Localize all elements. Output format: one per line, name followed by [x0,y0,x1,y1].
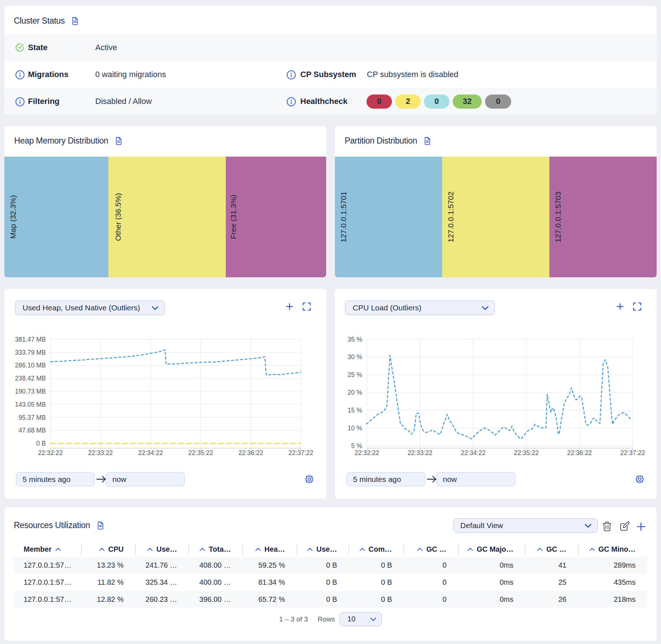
svg-text:0 B: 0 B [36,440,46,447]
svg-text:22:32:22: 22:32:22 [354,449,379,456]
svg-text:22:37:22: 22:37:22 [620,449,645,456]
svg-text:22:35:22: 22:35:22 [188,449,213,456]
svg-text:22:33:22: 22:33:22 [408,449,432,456]
svg-text:25 %: 25 % [348,371,362,378]
svg-text:5 %: 5 % [351,442,362,450]
svg-text:238.42 MB: 238.42 MB [15,375,46,382]
svg-text:22:36:22: 22:36:22 [567,449,592,456]
svg-text:286.10 MB: 286.10 MB [15,362,46,369]
svg-text:20 %: 20 % [348,389,362,396]
svg-text:22:34:22: 22:34:22 [461,449,485,456]
svg-text:22:36:22: 22:36:22 [239,449,263,456]
svg-text:22:37:22: 22:37:22 [288,449,313,456]
svg-text:95.37 MB: 95.37 MB [19,414,46,421]
svg-text:333.79 MB: 333.79 MB [15,349,46,356]
svg-text:22:33:22: 22:33:22 [88,449,113,456]
svg-text:10 %: 10 % [348,424,362,432]
svg-text:143.05 MB: 143.05 MB [15,401,46,408]
svg-text:22:35:22: 22:35:22 [514,449,539,456]
svg-text:190.73 MB: 190.73 MB [15,388,46,395]
svg-text:22:32:22: 22:32:22 [38,449,63,456]
svg-text:30 %: 30 % [348,353,362,361]
svg-text:47.68 MB: 47.68 MB [19,427,46,434]
svg-text:15 %: 15 % [348,407,362,414]
svg-text:22:34:22: 22:34:22 [138,449,163,456]
svg-text:381.47 MB: 381.47 MB [15,336,46,343]
svg-text:35 %: 35 % [348,336,362,343]
